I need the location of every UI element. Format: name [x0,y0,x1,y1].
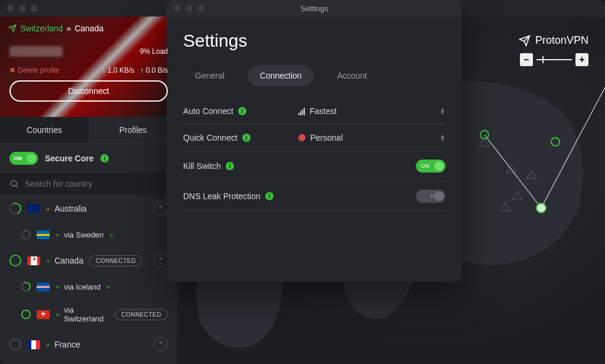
map-node-active[interactable] [536,203,546,213]
profile-color-icon [298,134,305,141]
setting-dns-leak: DNS Leak Protectioni ON [183,181,445,212]
route-arrow-icon: » [66,24,71,33]
country-item[interactable]: »France⌃ [0,330,177,359]
secure-core-chevron-icon: » [46,341,48,348]
tab-profiles[interactable]: Profiles [89,117,177,143]
traffic-lights [7,5,38,12]
route-breadcrumb: Switzerland » Canada [0,17,177,33]
minimize-icon[interactable] [19,5,26,12]
svg-point-0 [11,181,17,186]
chevron-updown-icon: ▲▼ [440,108,445,115]
upload-icon: ↑ [140,66,144,74]
flag-icon [27,340,40,349]
country-name: via Switzerland [64,306,109,323]
load-ring-icon [9,255,21,266]
x-icon: ✖ [9,66,15,74]
expand-button[interactable]: ⌃ [154,337,168,352]
secure-core-chevron-icon: » [56,283,58,290]
secure-core-label: Secure Core [45,154,93,163]
country-name: via Sweden [64,230,103,239]
connected-badge: CONNECTED [115,309,168,320]
load-percent: 9% Load [140,47,168,56]
route-destination: Canada [74,24,103,33]
chevron-updown-icon: ▲▼ [440,134,445,141]
info-icon[interactable]: i [100,154,109,162]
settings-window-title: Settings [167,4,462,13]
info-icon[interactable]: i [265,192,274,200]
flag-icon [27,204,40,213]
info-icon[interactable]: i [242,134,251,142]
country-search[interactable] [0,173,177,194]
zoom-out-button[interactable]: – [520,53,533,66]
info-icon[interactable]: i [226,162,234,170]
country-item[interactable]: »Australia⌃ [0,194,177,223]
minimize-icon[interactable] [186,5,193,12]
secure-core-chevron-icon: » [46,257,48,264]
download-icon: ↓ [102,66,106,74]
settings-heading: Settings [183,31,445,51]
settings-tabs: General Connection Account [183,65,445,86]
settings-window: Settings Settings General Connection Acc… [167,0,462,282]
load-ring-icon [8,201,23,216]
country-list[interactable]: »Australia⌃»via Sweden»»CanadaCONNECTED⌃… [0,194,177,364]
shield-send-icon [519,35,531,47]
search-input[interactable] [25,179,168,188]
server-ip-redacted [9,46,63,57]
close-icon[interactable] [174,5,181,12]
flag-icon [37,230,50,239]
setting-kill-switch: Kill Switchi ON [183,151,445,181]
zoom-slider[interactable] [536,59,572,60]
disconnect-button[interactable]: Disconnect [9,80,168,102]
settings-body: Settings General Connection Account Auto… [167,17,462,226]
brand-logo: ProtonVPN [519,34,588,47]
secure-core-toggle[interactable]: ON [9,152,38,165]
country-subitem[interactable]: »via SwitzerlandCONNECTED [0,298,177,330]
info-icon[interactable]: i [238,107,246,115]
sidebar: Switzerland » Canada 9% Load ✖ Delete pr… [0,17,177,364]
sidebar-section-tabs: Countries Profiles [0,117,177,144]
secure-core-row: ON Secure Core i [0,144,177,173]
tab-countries[interactable]: Countries [0,117,89,143]
country-name: Canada [54,256,83,265]
send-icon [8,24,17,32]
delete-profile-button[interactable]: ✖ Delete profile [9,66,60,74]
expand-button[interactable]: ⌃ [154,254,168,268]
zoom-control: – + [520,53,588,66]
load-ring-icon [21,310,31,319]
dns-leak-toggle[interactable]: ON [416,190,445,203]
speed-readout: ↓ 1.0 KB/s ↑ 0.0 B/s [102,66,168,74]
close-icon[interactable] [7,5,14,12]
flag-icon [37,282,50,291]
setting-quick-connect[interactable]: Quick Connecti Personal ▲▼ [183,125,445,151]
secure-core-chevron-icon: » [56,311,58,318]
country-name: Australia [54,204,86,213]
settings-titlebar: Settings [167,0,462,17]
country-item[interactable]: »CanadaCONNECTED⌃ [0,246,177,275]
traffic-lights [174,5,204,12]
fullscreen-icon[interactable] [31,5,38,12]
search-icon [9,179,19,188]
route-origin: Switzerland [20,24,63,33]
secure-core-chevron-icon: » [56,231,58,238]
load-ring-icon [20,281,32,293]
load-ring-icon [21,230,31,239]
expand-button[interactable]: ⌃ [154,202,168,216]
load-ring-icon [9,339,21,350]
settings-tab-general[interactable]: General [183,65,236,86]
kill-switch-toggle[interactable]: ON [416,160,445,173]
setting-auto-connect[interactable]: Auto Connecti Fastest ▲▼ [183,98,445,125]
country-subitem[interactable]: »via Sweden» [0,223,177,246]
zoom-in-button[interactable]: + [575,53,588,66]
country-name: France [54,340,80,349]
secure-core-chevron-icon: » [46,205,48,212]
settings-tab-account[interactable]: Account [326,65,379,86]
connection-hero: Switzerland » Canada 9% Load ✖ Delete pr… [0,17,177,117]
flag-icon [27,256,40,265]
chevron-right-icon: » [106,283,109,290]
connected-badge: CONNECTED [89,255,142,266]
country-subitem[interactable]: »via Iceland» [0,275,177,298]
flag-icon [37,310,50,319]
country-name: via Iceland [64,282,100,291]
fullscreen-icon[interactable] [197,5,204,12]
settings-tab-connection[interactable]: Connection [248,65,314,86]
